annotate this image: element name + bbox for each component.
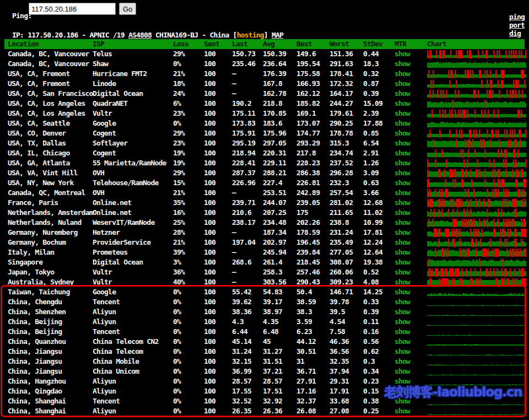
cell-isp: Telus	[89, 49, 170, 59]
mtr-show-link[interactable]: show	[395, 129, 410, 137]
cell-mtr: show	[391, 79, 424, 89]
ping-history-chart	[427, 259, 526, 267]
mtr-show-link[interactable]: show	[395, 357, 410, 365]
mtr-show-link[interactable]: show	[395, 89, 410, 98]
ping-input[interactable]	[29, 3, 116, 15]
mtr-show-link[interactable]: show	[395, 308, 410, 316]
mtr-show-link[interactable]: show	[395, 327, 410, 336]
nav-link-ping[interactable]: ping	[509, 13, 525, 21]
cell-avg: 227.4	[260, 178, 293, 188]
mtr-show-link[interactable]: show	[395, 268, 410, 276]
table-row: China, JiangsuChina Telecom0%10031.2431.…	[4, 347, 525, 357]
cell-mtr: show	[391, 406, 424, 416]
cell-location: USA, CA, Los Angeles	[4, 99, 89, 109]
mtr-show-link[interactable]: show	[395, 179, 410, 187]
cell-loss: 3%	[170, 257, 201, 267]
cell-mtr: show	[391, 178, 424, 188]
mtr-show-link[interactable]: show	[395, 228, 410, 236]
cell-mtr: show	[391, 138, 424, 148]
mtr-show-link[interactable]: show	[395, 208, 410, 217]
cell-loss: 29%	[170, 49, 201, 59]
cell-avg: 207.25	[260, 208, 293, 218]
cell-best: 173.07	[293, 119, 326, 128]
cell-stdev: 3.66	[360, 188, 391, 198]
mtr-show-link[interactable]: show	[395, 387, 410, 395]
mtr-show-link[interactable]: show	[395, 60, 410, 68]
cell-best: 38.59	[293, 297, 326, 307]
cell-chart	[424, 247, 525, 257]
mtr-show-link[interactable]: show	[395, 159, 410, 167]
cell-worst: 32.35	[326, 357, 360, 367]
cell-worst: 178.41	[326, 69, 360, 79]
mtr-show-link[interactable]: show	[395, 397, 410, 405]
cell-location: USA, CA, Los Angeles	[4, 109, 89, 119]
cell-worst: 27.08	[326, 406, 360, 416]
mtr-show-link[interactable]: show	[395, 377, 410, 385]
mtr-show-link[interactable]: show	[395, 50, 410, 58]
cell-sent: 100	[201, 188, 229, 198]
go-button[interactable]: Go	[119, 3, 136, 15]
cell-loss: 0%	[170, 59, 201, 69]
cell-chart	[424, 89, 525, 99]
ping-history-chart	[427, 209, 526, 217]
mtr-show-link[interactable]: show	[395, 69, 410, 78]
mtr-show-link[interactable]: show	[395, 367, 410, 375]
cell-sent: 100	[201, 347, 229, 357]
table-row: USA, NY, New YorkTelehouse/RamNode15%100…	[4, 178, 525, 188]
cell-location: China, Jiangsu	[4, 367, 89, 376]
ping-history-chart	[427, 397, 526, 406]
cell-best: 3.59	[293, 317, 326, 327]
mtr-show-link[interactable]: show	[395, 238, 410, 246]
cell-last: 32.15	[229, 357, 260, 367]
cell-mtr: show	[391, 287, 424, 297]
mtr-show-link[interactable]: show	[395, 189, 410, 197]
cell-last: 210.6	[229, 208, 260, 218]
cell-stdev: 6.54	[360, 138, 391, 148]
cell-loss: 21%	[170, 188, 201, 198]
cell-worst: 17.91	[326, 386, 360, 396]
mtr-show-link[interactable]: show	[395, 139, 410, 147]
cell-stdev: 14.25	[360, 287, 391, 297]
ping-history-chart	[427, 368, 526, 376]
nav-link-dig[interactable]: dig	[509, 29, 521, 37]
cell-chart	[424, 287, 525, 297]
mtr-show-link[interactable]: show	[395, 258, 410, 266]
mtr-show-link[interactable]: show	[395, 119, 410, 127]
mtr-show-link[interactable]: show	[395, 317, 410, 326]
cell-mtr: show	[391, 297, 424, 307]
cell-loss: 0%	[170, 119, 201, 128]
cell-chart	[424, 109, 525, 119]
cell-isp: Aliyun	[89, 317, 170, 327]
mtr-show-link[interactable]: show	[395, 99, 410, 107]
mtr-show-link[interactable]: show	[395, 149, 410, 157]
cell-sent: 100	[201, 198, 229, 208]
map-link[interactable]: MAP	[272, 31, 283, 39]
cell-sent: 100	[201, 49, 229, 59]
ping-results-table: LocationISPLossSentLastAvgBestWorstStDev…	[4, 39, 525, 416]
cell-worst: 296.28	[326, 168, 360, 178]
mtr-show-link[interactable]: show	[395, 288, 410, 296]
mtr-show-link[interactable]: show	[395, 337, 410, 346]
as-number-link[interactable]: AS4808	[128, 31, 152, 39]
mtr-show-link[interactable]: show	[395, 278, 410, 286]
nav-link-port[interactable]: port	[509, 21, 525, 29]
cell-chart	[424, 357, 525, 367]
cell-worst: 178.78	[326, 128, 360, 138]
cell-location: China, Jiangsu	[4, 347, 89, 357]
cell-chart	[424, 188, 525, 198]
table-row: France, ParisOnline.net35%100239.71244.0…	[4, 198, 525, 208]
mtr-show-link[interactable]: show	[395, 198, 410, 207]
table-row: Germany, NurembergHetzner28%100–187.3417…	[4, 228, 525, 238]
mtr-show-link[interactable]: show	[395, 79, 410, 88]
mtr-show-link[interactable]: show	[395, 298, 410, 306]
cell-avg: 303.56	[260, 277, 293, 287]
mtr-show-link[interactable]: show	[395, 347, 410, 356]
mtr-show-link[interactable]: show	[395, 169, 410, 177]
cell-location: Japan, Tokyo	[4, 267, 89, 277]
cell-stdev: 0.3	[360, 357, 391, 367]
mtr-show-link[interactable]: show	[395, 218, 410, 227]
mtr-show-link[interactable]: show	[395, 407, 410, 415]
mtr-show-link[interactable]: show	[395, 109, 410, 117]
mtr-show-link[interactable]: show	[395, 248, 410, 256]
cell-avg: 170.85	[260, 109, 293, 119]
